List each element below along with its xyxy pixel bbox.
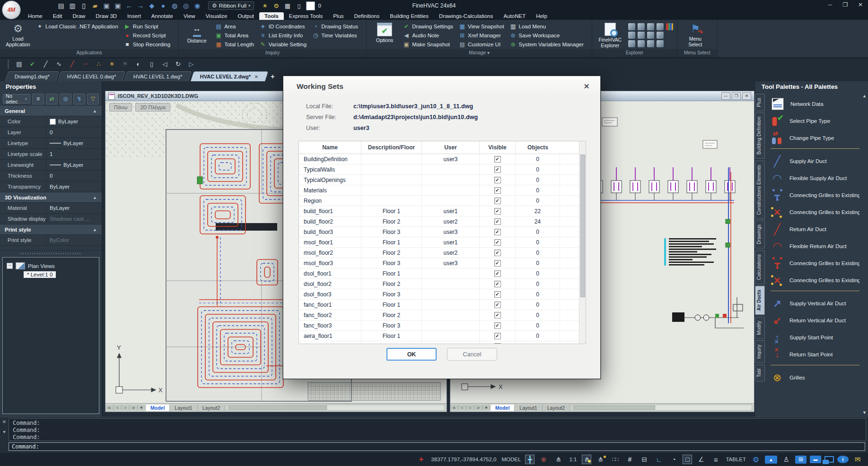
- new-layout-button[interactable]: [138, 405, 146, 410]
- object-tree-icon[interactable]: [32, 94, 44, 104]
- ribbon-button[interactable]: ID Coordinates: [257, 22, 309, 31]
- ribbon-button[interactable]: Audio Note: [401, 31, 456, 40]
- ribbon-big-button[interactable]: Options: [370, 21, 399, 49]
- contrast-box-icon[interactable]: [134, 60, 142, 68]
- ribbon-button[interactable]: Save Workspace: [508, 31, 586, 40]
- working-set-row[interactable]: aera_floor1 Floor 1 0: [299, 331, 586, 341]
- working-set-row[interactable]: BuildingDefinition user3 0: [299, 154, 586, 164]
- close-icon[interactable]: [742, 92, 751, 100]
- palette-tool[interactable]: Connecting Grilles to Existing Duct ...: [771, 272, 859, 289]
- menu-item[interactable]: Draw 3D: [90, 12, 122, 20]
- polyline-icon[interactable]: [55, 60, 63, 68]
- visible-checkbox[interactable]: [494, 333, 501, 339]
- selection-search-icon[interactable]: [638, 40, 645, 47]
- doc-list-search-icon[interactable]: [657, 32, 664, 39]
- working-set-row[interactable]: Materials 0: [299, 185, 586, 196]
- menu-item[interactable]: AutoNET: [499, 12, 531, 20]
- property-row[interactable]: Print style ByColor: [0, 235, 102, 246]
- visible-checkbox[interactable]: [494, 343, 501, 345]
- doc-stack-icon[interactable]: [795, 456, 807, 464]
- working-set-row[interactable]: fanc_floor2 Floor 2 0: [299, 310, 586, 320]
- section-header[interactable]: Print style ▲: [0, 224, 102, 235]
- tree-collapse-icon[interactable]: −: [7, 263, 13, 269]
- info-circle-icon[interactable]: [837, 456, 849, 463]
- working-set-row[interactable]: dsol_floor2 Floor 2 0: [299, 279, 586, 289]
- menu-item[interactable]: Edit: [48, 12, 68, 20]
- palette-tool[interactable]: Select Pipe Type: [771, 112, 859, 129]
- panel-grip[interactable]: [0, 250, 102, 256]
- property-row[interactable]: Material ByLayer: [0, 203, 102, 214]
- tablet-badge[interactable]: TABLET: [725, 455, 747, 464]
- open-folder-icon[interactable]: [91, 1, 99, 10]
- working-set-row[interactable]: msol_floor1 Floor 1 user1 0: [299, 237, 586, 248]
- property-row[interactable]: Color ByLayer: [0, 116, 102, 127]
- audio-icon[interactable]: [161, 60, 169, 68]
- ribbon-button[interactable]: Drawing Settings: [401, 22, 456, 31]
- line-icon[interactable]: [42, 60, 50, 68]
- dynamic-compass-icon[interactable]: [668, 455, 679, 464]
- working-set-row[interactable]: msol_floor2 Floor 2 user2 0: [299, 248, 586, 258]
- last-layout-button[interactable]: [130, 405, 138, 410]
- palette-tool[interactable]: Connecting Grilles to Existing Duct: [771, 187, 859, 204]
- palette-tab[interactable]: Tabl: [755, 364, 765, 381]
- ucs-toggle-icon[interactable]: [653, 455, 665, 464]
- visible-checkbox[interactable]: [494, 322, 501, 329]
- globe-properties-icon[interactable]: [60, 94, 71, 104]
- section-header[interactable]: General ▲: [0, 106, 102, 116]
- ribbon-big-button[interactable]: Distance: [183, 21, 211, 49]
- ribbon-mode-button[interactable]: ⚙ Ribbon Full ▾: [208, 1, 254, 10]
- property-row[interactable]: Lineweight ByLayer: [0, 160, 102, 171]
- dld-new-icon[interactable]: [68, 1, 77, 10]
- cancel-button[interactable]: Cancel: [447, 348, 497, 361]
- construction-line-icon[interactable]: [81, 60, 89, 68]
- ribbon-button[interactable]: Total Length: [213, 40, 256, 49]
- table-scrollbar[interactable]: [579, 141, 586, 344]
- column-header[interactable]: Visible: [480, 141, 516, 154]
- property-row[interactable]: Thickness 0: [0, 171, 102, 181]
- point-style-icon[interactable]: [95, 60, 103, 68]
- palette-tab[interactable]: Constructions Elements: [755, 161, 765, 219]
- ribbon-button[interactable]: List Entity Info: [257, 31, 309, 40]
- menu-item[interactable]: Insert: [122, 12, 146, 20]
- next-layout-button[interactable]: [466, 405, 474, 410]
- palette-tool[interactable]: Supply Vertical Air Duct: [771, 295, 859, 312]
- command-input[interactable]: Command:: [9, 442, 865, 451]
- column-header[interactable]: Description/Floor: [361, 141, 422, 154]
- chevron-down-icon[interactable]: [3, 429, 5, 434]
- save-icon[interactable]: [102, 1, 111, 10]
- annotation-scale[interactable]: 1:1: [567, 455, 579, 464]
- palette-tool[interactable]: Connecting Grilles to Existing Duct: [771, 255, 859, 272]
- viewport-button[interactable]: 2D Πλέγμα: [135, 103, 170, 112]
- dialog-close-icon[interactable]: [582, 82, 591, 91]
- working-set-row[interactable]: dsol_floor1 Floor 1 0: [299, 268, 586, 279]
- table-search-icon[interactable]: [657, 40, 664, 47]
- property-row[interactable]: Layer 0: [0, 127, 102, 138]
- layout-tab[interactable]: Model: [146, 405, 170, 411]
- visible-checkbox[interactable]: [494, 250, 501, 256]
- quick-select-icon[interactable]: [73, 94, 85, 104]
- dialog-titlebar[interactable]: Working Sets: [283, 76, 600, 97]
- blank-swatch-icon[interactable]: [306, 1, 315, 10]
- globe-search-icon[interactable]: [647, 32, 654, 39]
- bld-new-icon[interactable]: [57, 1, 65, 10]
- column-header[interactable]: User: [422, 141, 480, 154]
- model-space-badge[interactable]: MODEL: [500, 455, 522, 464]
- window-cascade-icon[interactable]: [824, 456, 834, 463]
- scrollbar-thumb[interactable]: [580, 155, 585, 297]
- visible-checkbox[interactable]: [494, 312, 501, 319]
- redo-icon[interactable]: [136, 1, 145, 10]
- annotation-visibility-icon[interactable]: [582, 455, 591, 464]
- text-explore-icon[interactable]: [628, 23, 635, 30]
- menu-item[interactable]: Output: [232, 12, 259, 20]
- sun-bright-icon[interactable]: [108, 60, 116, 68]
- working-set-row[interactable]: build_floor3 Floor 3 user3 0: [299, 227, 586, 237]
- menu-item[interactable]: Draw: [68, 12, 91, 20]
- scroll-up-icon[interactable]: [862, 94, 867, 98]
- first-layout-button[interactable]: [450, 405, 458, 410]
- ribbon-button[interactable]: Record Script: [122, 31, 173, 40]
- menu-item[interactable]: Help: [531, 12, 552, 20]
- menu-item[interactable]: Home: [23, 12, 48, 20]
- ribbon-big-button[interactable]: FineHVAC Explorer: [596, 21, 624, 49]
- property-row[interactable]: Shadow display Shadows cast ...: [0, 214, 102, 224]
- working-set-row[interactable]: TypicalOpenings 0: [299, 175, 586, 185]
